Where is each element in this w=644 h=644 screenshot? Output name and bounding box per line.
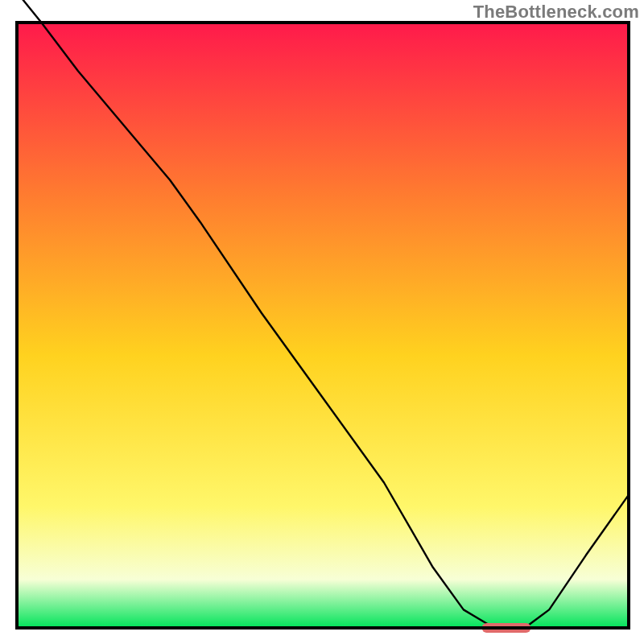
- bottleneck-chart: [0, 0, 644, 644]
- watermark-text: TheBottleneck.com: [473, 2, 639, 23]
- chart-background: [17, 23, 629, 628]
